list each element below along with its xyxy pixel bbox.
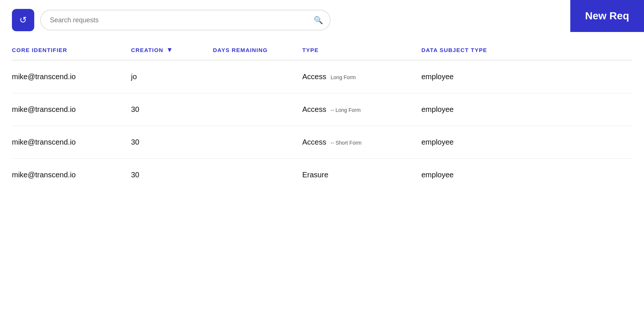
search-icon: 🔍 [314, 16, 323, 25]
col-header-days-remaining: DAYS REMAINING [213, 46, 302, 54]
table-row[interactable]: mike@transcend.io 30 Access -- Short For… [12, 126, 632, 159]
cell-data-subject-type: employee [421, 138, 632, 146]
cell-data-subject-type: employee [421, 171, 632, 179]
table-container: CORE IDENTIFIER CREATION ▼ DAYS REMAININ… [0, 40, 644, 185]
cell-creation: 30 [131, 105, 213, 114]
cell-type: Access Long Form [302, 72, 421, 81]
cell-core-identifier: mike@transcend.io [12, 171, 131, 179]
refresh-icon: ↺ [19, 15, 27, 25]
cell-data-subject-type: employee [421, 105, 632, 114]
cell-creation: 30 [131, 138, 213, 146]
sort-icon-creation: ▼ [166, 46, 173, 54]
search-container: 🔍 [40, 10, 331, 30]
cell-core-identifier: mike@transcend.io [12, 105, 131, 114]
search-input[interactable] [40, 10, 331, 30]
col-header-creation[interactable]: CREATION ▼ [131, 46, 213, 54]
new-request-label: New Req [585, 10, 629, 22]
cell-core-identifier: mike@transcend.io [12, 138, 131, 146]
cell-type: Access -- Long Form [302, 105, 421, 114]
cell-core-identifier: mike@transcend.io [12, 72, 131, 81]
cell-creation: jo [131, 72, 213, 81]
col-header-core-identifier: CORE IDENTIFIER [12, 46, 131, 54]
cell-creation: 30 [131, 171, 213, 179]
refresh-button[interactable]: ↺ [12, 9, 34, 31]
table-header: CORE IDENTIFIER CREATION ▼ DAYS REMAININ… [12, 40, 632, 61]
header: ↺ 🔍 [0, 0, 644, 40]
new-request-button[interactable]: New Req [570, 0, 644, 32]
cell-data-subject-type: employee [421, 72, 632, 81]
col-header-data-subject-type: DATA SUBJECT TYPE [421, 46, 632, 54]
table-row[interactable]: mike@transcend.io 30 Access -- Long Form… [12, 93, 632, 126]
cell-type: Access -- Short Form [302, 138, 421, 146]
cell-type: Erasure [302, 171, 421, 179]
table-row[interactable]: mike@transcend.io jo Access Long Form em… [12, 61, 632, 93]
col-header-type: TYPE [302, 46, 421, 54]
table-row[interactable]: mike@transcend.io 30 Erasure employee [12, 159, 632, 185]
